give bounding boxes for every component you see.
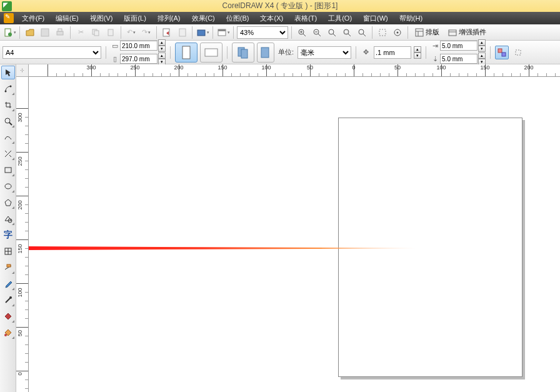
import-button[interactable] (160, 26, 174, 39)
apply-current-page-button[interactable] (257, 43, 274, 63)
dup-x-input[interactable] (440, 41, 478, 51)
menu-layout[interactable]: 版面(L) (118, 12, 151, 24)
tool-basic-shapes[interactable] (1, 212, 15, 226)
ruler-label: 250 (130, 64, 139, 71)
page-height-input[interactable] (120, 54, 158, 64)
open-button[interactable] (23, 26, 37, 39)
menu-arrange[interactable]: 排列(A) (152, 12, 186, 24)
copy-button[interactable] (89, 26, 102, 39)
paste-button[interactable] (104, 26, 118, 39)
menu-bitmap[interactable]: 位图(B) (221, 12, 255, 24)
zoom-in-button[interactable] (295, 26, 309, 39)
zoom-selection-button[interactable] (325, 26, 339, 39)
ruler-label: 150 (17, 244, 23, 254)
svg-point-47 (5, 184, 11, 189)
new-button[interactable]: ▾ (2, 26, 16, 39)
menu-effects[interactable]: 效果(C) (186, 12, 221, 24)
separator (121, 26, 121, 39)
unit-select[interactable]: 毫米 (298, 46, 351, 59)
zoom-page-button[interactable] (355, 26, 369, 39)
height-up[interactable]: ▴ (158, 53, 166, 59)
landscape-button[interactable] (200, 43, 222, 63)
dupy-up[interactable]: ▴ (478, 53, 486, 59)
tool-shape[interactable] (1, 82, 15, 96)
tool-table[interactable] (1, 244, 15, 258)
nudge-up[interactable]: ▴ (414, 46, 421, 53)
svg-rect-3 (57, 31, 63, 35)
dupx-down[interactable]: ▾ (478, 46, 486, 52)
height-icon: ▯ (111, 55, 119, 63)
ruler-label: 300 (17, 113, 23, 123)
cut-button[interactable]: ✂ (74, 26, 88, 39)
layout-button[interactable]: 排版 (411, 26, 443, 39)
menu-edit[interactable]: 编辑(E) (50, 12, 84, 24)
ruler-horizontal[interactable]: 30025020015010050050100150200 (29, 64, 560, 77)
app-launcher-button[interactable]: ▾ (196, 26, 209, 39)
print-button[interactable] (53, 26, 67, 39)
menu-table[interactable]: 表格(T) (289, 12, 322, 24)
menu-help[interactable]: 帮助(H) (394, 12, 428, 24)
width-icon: ▭ (111, 42, 119, 50)
tool-polygon[interactable] (1, 196, 15, 209)
export-button[interactable] (175, 26, 189, 39)
tool-outline[interactable] (1, 293, 15, 307)
tool-interactive-fill[interactable] (1, 326, 15, 339)
paper-select[interactable]: A4 (2, 46, 101, 59)
apply-all-pages-button[interactable] (232, 43, 254, 63)
tool-pick[interactable] (1, 66, 15, 79)
menu-text[interactable]: 文本(X) (254, 12, 289, 24)
tool-smart[interactable] (1, 147, 15, 161)
portrait-button[interactable] (175, 43, 198, 63)
snap-button[interactable] (376, 26, 389, 39)
menu-tools[interactable]: 工具(O) (322, 12, 358, 24)
tool-freehand[interactable] (1, 131, 15, 144)
nudge-down[interactable]: ▾ (414, 53, 421, 59)
menu-file[interactable]: 文件(F) (16, 12, 50, 24)
tool-rectangle[interactable] (1, 163, 15, 177)
dupx-up[interactable]: ▴ (478, 39, 486, 46)
dynamic-guides-button[interactable] (511, 46, 525, 59)
ruler-label: 100 (261, 64, 271, 71)
width-down[interactable]: ▾ (158, 46, 166, 52)
tool-fill[interactable] (1, 309, 15, 323)
canvas[interactable] (29, 77, 560, 392)
tool-zoom[interactable] (1, 114, 15, 128)
tool-crop[interactable] (1, 98, 15, 112)
svg-line-13 (303, 34, 306, 36)
snap-objects-button[interactable] (495, 46, 509, 59)
svg-rect-2 (41, 29, 49, 36)
zoom-select[interactable]: 43% (237, 26, 288, 39)
zoom-out-button[interactable] (310, 26, 324, 39)
save-button[interactable] (38, 26, 52, 39)
menu-app-icon[interactable] (4, 13, 14, 23)
menu-window[interactable]: 窗口(W) (358, 12, 394, 24)
tool-text[interactable]: 字 (1, 228, 15, 242)
ruler-label: 100 (436, 64, 446, 71)
zoom-all-button[interactable] (340, 26, 354, 39)
dup-y-input[interactable] (440, 54, 478, 64)
menu-view[interactable]: 视图(V) (84, 12, 119, 24)
tool-dimension[interactable] (1, 261, 15, 274)
ruler-vertical[interactable]: 300250200150100500 (16, 77, 29, 392)
redo-button[interactable]: ↷▾ (139, 26, 153, 39)
welcome-button[interactable]: ▾ (216, 26, 230, 39)
svg-point-1 (8, 33, 12, 36)
svg-rect-39 (498, 49, 502, 53)
svg-point-28 (397, 31, 399, 33)
svg-point-44 (5, 118, 10, 123)
svg-point-42 (4, 91, 6, 93)
tool-eyedropper[interactable] (1, 277, 15, 291)
options-button[interactable] (391, 26, 404, 39)
ruler-label: 50 (394, 64, 401, 71)
app-icon (2, 1, 12, 11)
page-width-input[interactable] (120, 41, 158, 51)
ruler-corner[interactable]: ⊹ (16, 64, 29, 77)
plugin-button[interactable]: 增强插件 (444, 26, 490, 39)
svg-rect-32 (449, 30, 456, 36)
nudge-input[interactable] (374, 46, 411, 59)
width-up[interactable]: ▴ (158, 39, 166, 46)
svg-point-55 (4, 334, 7, 336)
separator (170, 46, 171, 59)
undo-button[interactable]: ↶▾ (124, 26, 138, 39)
tool-ellipse[interactable] (1, 179, 15, 193)
